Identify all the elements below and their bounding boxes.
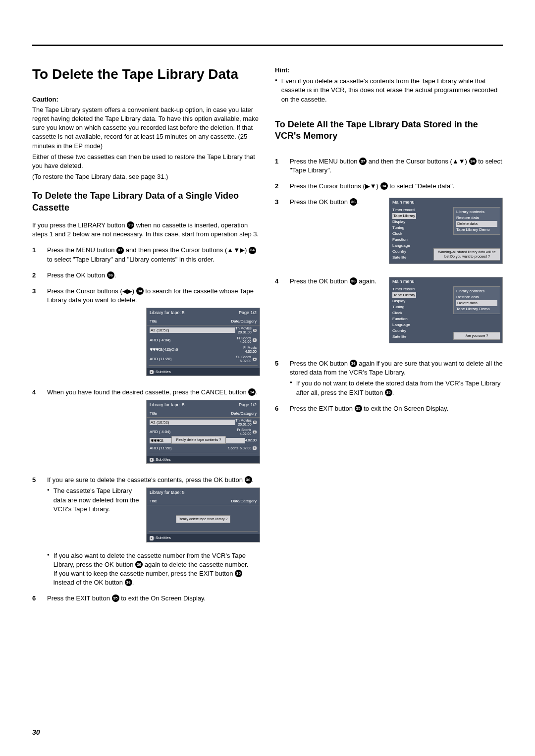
submenu-item: Restore data [456, 294, 497, 300]
menu-warning: Warning–all stored library data will be … [433, 248, 500, 261]
s1-step-3: 3 Press the Cursor buttons (◀▶) 34 to se… [32, 287, 260, 381]
t: Press the Cursor buttons (◀▶) [47, 287, 136, 295]
osd-page: Page 1/2 [239, 310, 257, 316]
submenu: Library contents Restore data Delete dat… [453, 286, 500, 314]
exit-button-icon: 35 [112, 594, 119, 602]
step-number: 1 [32, 246, 38, 264]
c: Th Movies [235, 326, 251, 330]
hint-label: Hint: [275, 66, 503, 75]
c: 4.02.00 [240, 340, 251, 343]
osd-col: Title [150, 411, 157, 416]
ok-button-icon: 36 [350, 277, 357, 285]
t: If you want to keep the cassette number,… [54, 570, 235, 577]
osd-col: Date/Category [231, 319, 257, 324]
osd-page: Page 1/2 [239, 402, 257, 408]
t: and then press the Cursor buttons (▲▼▶) [124, 246, 249, 254]
caution-text-3: (To restore the Tape Library data, see p… [32, 172, 260, 181]
c: 6.02.00 [240, 446, 251, 450]
t: If you are sure to delete the cassette's… [47, 476, 245, 484]
step-number: 5 [32, 476, 38, 587]
s2-step-6: 6 Press the EXIT button 35 to exit the O… [275, 404, 503, 413]
step-body: Press the OK button 36. [47, 271, 260, 280]
c: Th Movies [235, 419, 251, 422]
t: . [392, 389, 394, 396]
t: . [132, 579, 134, 586]
sub-icon: ● [150, 458, 154, 462]
t: Press the Cursor buttons (▶▼) [290, 182, 380, 190]
osd-dialog: Really delete tape from library ? [176, 515, 230, 523]
osd-footer: : Subtitles [154, 457, 171, 462]
t: to exit the On Screen Display. [362, 405, 449, 412]
step-body: If you are sure to delete the cassette's… [47, 476, 260, 587]
ok-button-icon: 36 [125, 579, 132, 586]
s2-step-2: 2 Press the Cursor buttons (▶▼) 34 to se… [275, 182, 503, 191]
osd-cell: ✱✱✱03 ( 4:15) Ch 6 [150, 347, 243, 352]
submenu-item: Tape Library Demo [456, 227, 497, 233]
osd-cell: ARD ( 4:04) [150, 337, 237, 343]
rec-icon: 0 [253, 329, 257, 332]
step-body: Press the MENU button 37 and then the Cu… [290, 157, 503, 175]
cursor-button-icon: 34 [249, 247, 256, 254]
menu-item: Language [392, 322, 502, 328]
submenu-item: Delete data [456, 221, 497, 227]
t: . [357, 198, 359, 206]
osd-cell: A2 (10:52) [150, 420, 235, 425]
t: . [252, 476, 254, 484]
step-number: 4 [275, 277, 281, 286]
c: Su Sports [236, 355, 252, 359]
t: again to delete the cassette number. [143, 561, 248, 568]
top-rule [32, 45, 503, 46]
submenu-item: Tape Library Demo [456, 306, 497, 312]
submenu: Library contents Restore data Delete dat… [453, 207, 500, 235]
rec-icon: ● [253, 338, 257, 342]
t: and then the Cursor buttons (▲▼) [367, 158, 469, 165]
osd-title: Library for tape: 5 [150, 402, 185, 408]
step-number: 2 [32, 271, 38, 280]
step-body: Press the MENU button 37 and then press … [47, 246, 260, 264]
section-1-intro: If you press the LIBRARY button 29 when … [32, 221, 260, 239]
c: Sports [228, 446, 238, 450]
s1-step-1: 1 Press the MENU button 37 and then pres… [32, 246, 260, 264]
t: Press the MENU button [47, 246, 116, 254]
step-number: 1 [275, 157, 281, 175]
c: 6.02.00 [240, 359, 251, 363]
t: Press the OK button [47, 271, 107, 279]
submenu-item: Delete data [456, 300, 497, 306]
step-number: 2 [275, 182, 281, 191]
t: Press the EXIT button [47, 594, 112, 602]
library-button-icon: 29 [127, 221, 134, 229]
cursor-button-icon: 34 [380, 182, 388, 190]
step-number: 3 [275, 198, 281, 207]
hint-text: Even if you delete a cassette's contents… [281, 77, 503, 104]
cursor-button-icon: 34 [136, 287, 144, 295]
step-number: 5 [275, 359, 281, 397]
t: When you have found the desired cassette… [47, 388, 248, 396]
intro-text-a: If you press the LIBRARY button [32, 221, 127, 229]
osd-cell: A2 (10:52) [150, 327, 235, 333]
step-body: Press the OK button 36 again. [290, 277, 376, 286]
step-body: Press the EXIT button 35 to exit the On … [47, 594, 260, 603]
section-2-title: To Delete All the Tape Library Data Stor… [275, 119, 503, 142]
s2-step-3: 3 Press the OK button 36. Main menu Time… [275, 198, 503, 270]
menu-warning: Are you sure ? [453, 332, 500, 340]
c: Fr Sports [237, 428, 252, 432]
step-number: 6 [32, 594, 38, 603]
bullet-text: The cassette's Tape Library data are now… [54, 486, 140, 514]
ok-button-icon: 36 [135, 561, 143, 568]
submenu-item: Library contents [456, 288, 497, 294]
page-title: To Delete the Tape Library Data [32, 66, 260, 83]
sub-icon: ● [150, 536, 154, 540]
sub-icon: ● [150, 370, 154, 374]
menu-item: Tape Library [392, 213, 416, 219]
step-body: When you have found the desired cassette… [47, 388, 260, 469]
osd-col: Date/Category [231, 411, 257, 416]
step-number: 3 [32, 287, 38, 381]
osd-menu-2: Main menu Timer record Tape Library Disp… [389, 277, 503, 343]
osd-col: Title [150, 319, 157, 324]
t: Press the OK button [290, 360, 350, 367]
menu-head: Main menu [389, 277, 502, 285]
t: . [114, 271, 116, 279]
t: If you do not want to delete the stored … [296, 379, 501, 396]
cancel-button-icon: 14 [248, 388, 256, 396]
exit-button-icon: 35 [385, 389, 392, 396]
